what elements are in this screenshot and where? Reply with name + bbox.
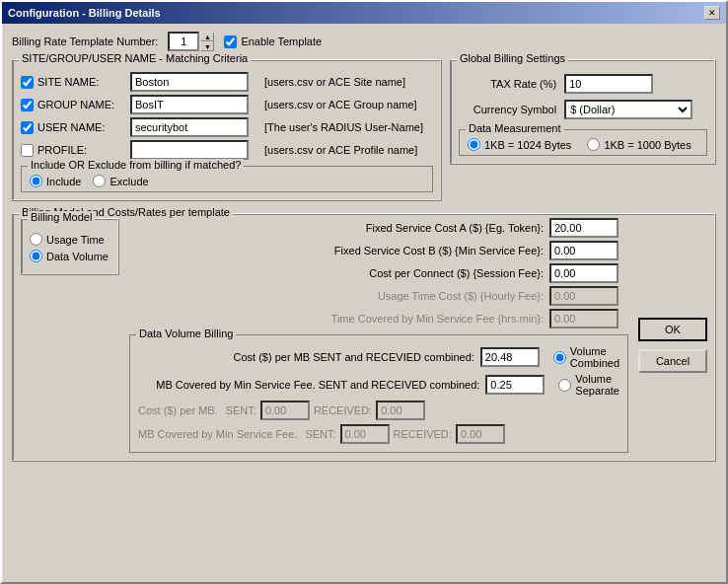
billing-model-box: Billing Model Usage Time Data Volume [21, 218, 119, 453]
site-name-input[interactable] [130, 72, 249, 92]
global-billing-group: Global Billing Settings TAX Rate (%) Cur… [450, 59, 716, 165]
fixed-b-label: Fixed Service Cost B ($) {Min Service Fe… [129, 245, 544, 256]
dm-radios: 1KB = 1024 Bytes 1KB = 1000 Bytes [468, 138, 698, 151]
ok-button[interactable]: OK [638, 318, 707, 341]
dv-sent-input-1 [260, 401, 310, 420]
dv-recv-input-2 [456, 424, 505, 444]
hourly-fee-input [549, 286, 619, 306]
volume-combined-label[interactable]: VolumeCombined [553, 345, 619, 369]
site-name-check-label[interactable]: SITE NAME: [21, 76, 124, 89]
group-name-checkbox[interactable] [21, 99, 34, 111]
site-name-label: SITE NAME: [37, 76, 99, 88]
data-volume-text: Data Volume [46, 251, 109, 262]
window-body: Billing Rate Template Number: 1 ▲ ▼ Enab… [2, 24, 726, 475]
tax-rate-input[interactable] [564, 74, 653, 94]
data-volume-billing-box: Data Volume Billing Cost ($) per MB SENT… [129, 334, 628, 453]
include-radio-label[interactable]: Include [30, 175, 81, 187]
title-bar-controls: ✕ [704, 6, 720, 20]
enable-template-text: Enable Template [241, 36, 322, 47]
user-name-input[interactable] [130, 117, 249, 137]
profile-hint: [users.csv or ACE Profile name] [264, 144, 433, 156]
site-name-hint: [users.csv or ACE Site name] [264, 76, 433, 88]
dv-recv-input-1 [376, 401, 425, 420]
data-volume-radio[interactable] [30, 250, 42, 262]
site-name-checkbox[interactable] [21, 76, 34, 89]
spinner-down-button[interactable]: ▼ [200, 41, 214, 51]
fixed-a-label: Fixed Service Cost A ($) {Eg. Token}: [129, 222, 544, 234]
tax-rate-label: TAX Rate (%) [459, 78, 556, 90]
dv-mb-sent-recv-label: Cost ($) per MB SENT and RECEVIED combin… [138, 351, 474, 363]
include-exclude-title: Include OR Exclude from billing if match… [28, 159, 244, 171]
enable-template-label[interactable]: Enable Template [224, 36, 322, 48]
billing-model-title: Billing Model [28, 211, 95, 223]
user-name-checkbox[interactable] [21, 121, 34, 134]
include-radio[interactable] [30, 175, 42, 187]
usage-time-radio[interactable] [30, 233, 42, 246]
dm-1024-radio[interactable] [468, 138, 480, 151]
currency-symbol-label: Currency Symbol [459, 104, 556, 115]
usage-time-text: Usage Time [46, 234, 105, 246]
template-number-input[interactable]: 1 [168, 32, 199, 51]
billing-model-inner-box: Billing Model Usage Time Data Volume [21, 218, 119, 275]
dv-mb-min-fee-row: MB Covered by Min Service Fee. SENT and … [138, 373, 619, 397]
exclude-radio-label[interactable]: Exclude [93, 175, 148, 187]
billing-model-inner: Billing Model Usage Time Data Volume [21, 218, 707, 453]
volume-combined-radio-group: VolumeCombined [553, 345, 619, 369]
close-button[interactable]: ✕ [704, 6, 720, 20]
dm-1024-text: 1KB = 1024 Bytes [484, 139, 571, 151]
volume-separate-radio-group: VolumeSeparate [558, 373, 619, 397]
spinner-up-button[interactable]: ▲ [200, 32, 214, 41]
group-name-check-label[interactable]: GROUP NAME: [21, 99, 124, 111]
hourly-fee-label: Usage Time Cost ($) {Hourly Fee}: [129, 290, 544, 302]
usage-time-label[interactable]: Usage Time [30, 233, 110, 246]
volume-separate-text: VolumeSeparate [575, 373, 619, 397]
matching-criteria-group: SITE/GROUP/USER NAME - Matching Criteria… [12, 59, 442, 201]
global-billing-content: TAX Rate (%) Currency Symbol $ (Dollar) … [459, 74, 707, 156]
billing-model-section: Billing Model and Costs/Rates per templa… [12, 213, 716, 462]
exclude-radio[interactable] [93, 175, 106, 187]
data-volume-billing-title: Data Volume Billing [136, 328, 236, 339]
session-fee-input[interactable] [549, 263, 619, 283]
dm-1000-label[interactable]: 1KB = 1000 Bytes [587, 138, 691, 151]
costs-area: Fixed Service Cost A ($) {Eg. Token}: Fi… [129, 218, 628, 453]
user-name-check-label[interactable]: USER NAME: [21, 121, 124, 134]
currency-symbol-select[interactable]: $ (Dollar) € (Euro) £ (Pound) ¥ (Yen) [564, 100, 692, 119]
dv-mb-min-fee-label: MB Covered by Min Service Fee. SENT and … [138, 379, 479, 391]
dm-1000-radio[interactable] [587, 138, 600, 151]
fixed-a-input[interactable] [549, 218, 619, 238]
dm-1000-text: 1KB = 1000 Bytes [604, 139, 691, 151]
dv-disabled-row-1: Cost ($) per MB. SENT: RECEIVED: [138, 401, 619, 420]
spinner-buttons: ▲ ▼ [200, 32, 214, 51]
dm-1024-label[interactable]: 1KB = 1024 Bytes [468, 138, 571, 151]
time-covered-label: Time Covered by Min Service Fee {hrs.min… [129, 313, 544, 325]
main-window: Configuration - Billing Details ✕ Billin… [0, 0, 728, 584]
group-name-input[interactable] [130, 95, 249, 114]
data-volume-label[interactable]: Data Volume [30, 250, 110, 262]
dv-mb-min-fee-input[interactable] [485, 375, 545, 395]
dv-mb-sent-recv-input[interactable] [480, 347, 540, 367]
volume-separate-label[interactable]: VolumeSeparate [558, 373, 619, 397]
fixed-b-input[interactable] [549, 241, 619, 260]
profile-checkbox[interactable] [21, 144, 34, 157]
top-bar: Billing Rate Template Number: 1 ▲ ▼ Enab… [12, 32, 716, 51]
include-exclude-radio-row: Include Exclude [30, 175, 424, 187]
group-name-label: GROUP NAME: [37, 99, 114, 110]
group-name-hint: [users.csv or ACE Group name] [264, 99, 433, 110]
dv-sent-label-2: SENT: [305, 428, 335, 440]
main-content: SITE/GROUP/USER NAME - Matching Criteria… [12, 59, 716, 207]
volume-separate-radio[interactable] [558, 379, 571, 392]
enable-template-checkbox[interactable] [224, 36, 237, 48]
volume-combined-text: VolumeCombined [570, 345, 619, 369]
dv-disabled-row-2: MB Covered by Min Service Fee. SENT: REC… [138, 424, 619, 444]
cancel-button[interactable]: Cancel [638, 349, 707, 373]
profile-check-label[interactable]: PROFILE: [21, 144, 124, 157]
volume-combined-radio[interactable] [553, 351, 566, 364]
global-billing-title: Global Billing Settings [457, 52, 568, 64]
data-measurement-box: Data Measurement 1KB = 1024 Bytes 1KB = … [459, 129, 707, 156]
title-bar: Configuration - Billing Details ✕ [2, 2, 726, 24]
include-exclude-box: Include OR Exclude from billing if match… [21, 166, 433, 192]
profile-input[interactable] [130, 140, 249, 160]
time-covered-input [549, 309, 619, 328]
matching-criteria-grid: SITE NAME: [users.csv or ACE Site name] … [21, 72, 433, 160]
dv-recv-label-1: RECEIVED: [314, 404, 372, 416]
